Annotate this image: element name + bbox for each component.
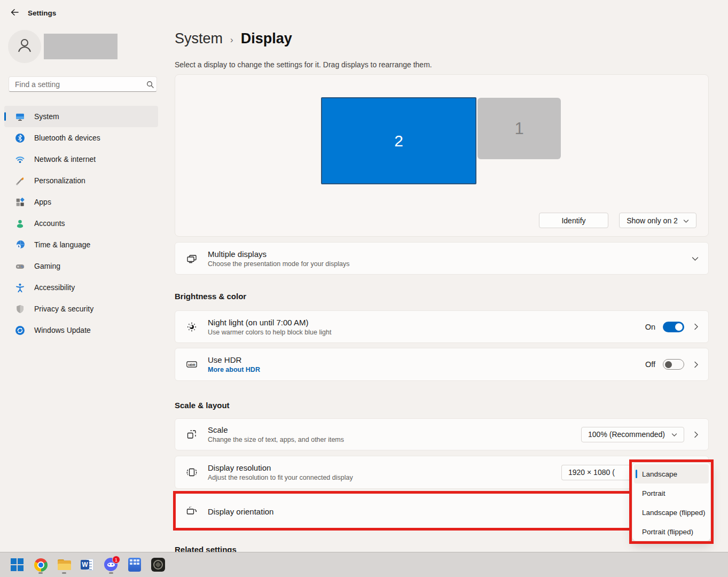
windows-update-icon xyxy=(15,325,25,336)
svg-text:HDR: HDR xyxy=(189,363,196,367)
discord-icon[interactable]: 1 xyxy=(104,556,118,574)
chevron-right-icon[interactable] xyxy=(694,361,699,368)
menu-item-label: Landscape xyxy=(642,470,677,478)
orientation-dropdown-menu: Landscape Portrait Landscape (flipped) P… xyxy=(632,462,711,541)
sidebar-item-accounts[interactable]: Accounts xyxy=(4,213,158,234)
row-title: Multiple displays xyxy=(208,249,349,259)
sidebar-item-windows-update[interactable]: Windows Update xyxy=(4,319,158,341)
section-brightness-color: Brightness & color xyxy=(175,292,246,301)
display-resolution-row[interactable]: Display resolution Adjust the resolution… xyxy=(175,456,709,489)
back-button[interactable] xyxy=(7,7,21,20)
scale-dropdown[interactable]: 100% (Recommended) xyxy=(581,427,684,442)
sidebar-nav: System Bluetooth & devices Network & int… xyxy=(4,106,158,341)
identify-button[interactable]: Identify xyxy=(539,213,608,228)
chevron-right-icon[interactable] xyxy=(694,431,699,438)
multiple-displays-icon xyxy=(186,253,198,264)
account-name-redacted xyxy=(44,34,118,59)
page-title: Display xyxy=(241,30,292,47)
chevron-down-icon[interactable] xyxy=(692,254,699,263)
windows-logo-icon xyxy=(11,558,24,571)
personalization-icon xyxy=(15,176,25,186)
scale-value: 100% (Recommended) xyxy=(588,430,665,439)
hdr-toggle[interactable] xyxy=(663,359,684,370)
row-title: Scale xyxy=(208,425,344,434)
running-indicator xyxy=(62,572,66,574)
notification-badge: 1 xyxy=(112,556,120,564)
hdr-state: Off xyxy=(645,360,655,369)
sidebar-item-bluetooth-devices[interactable]: Bluetooth & devices xyxy=(4,127,158,149)
display-orientation-row[interactable]: Display orientation xyxy=(175,493,709,529)
sidebar-item-label: Time & language xyxy=(34,240,90,249)
calculator-logo-icon xyxy=(128,558,141,572)
scale-row[interactable]: Scale Change the size of text, apps, and… xyxy=(175,418,709,450)
row-subtitle: Choose the presentation mode for your di… xyxy=(208,260,349,268)
world-of-tanks-icon[interactable] xyxy=(151,556,165,574)
search-input[interactable] xyxy=(9,80,144,89)
show-only-dropdown[interactable]: Show only on 2 xyxy=(619,213,696,228)
display-1-label: 1 xyxy=(514,119,523,138)
show-only-label: Show only on 2 xyxy=(627,216,678,225)
sidebar-item-label: Network & internet xyxy=(34,155,96,163)
menu-item-label: Landscape (flipped) xyxy=(642,509,706,517)
menu-item-label: Portrait (flipped) xyxy=(642,528,693,536)
sidebar-item-network-internet[interactable]: Network & internet xyxy=(4,149,158,170)
sidebar-item-label: Gaming xyxy=(34,262,60,270)
time-language-icon xyxy=(15,240,25,250)
more-about-hdr-link[interactable]: More about HDR xyxy=(208,366,260,373)
identify-button-label: Identify xyxy=(561,216,585,225)
hdr-icon: HDR xyxy=(186,358,198,370)
word-icon[interactable]: W xyxy=(81,556,95,574)
row-title: Display orientation xyxy=(208,507,273,516)
sidebar-item-privacy-security[interactable]: Privacy & security xyxy=(4,298,158,319)
night-light-icon xyxy=(186,321,198,333)
bluetooth-icon xyxy=(15,133,25,143)
breadcrumb: System › Display xyxy=(175,30,292,47)
row-subtitle: Adjust the resolution to fit your connec… xyxy=(208,474,353,481)
sidebar-item-personalization[interactable]: Personalization xyxy=(4,170,158,191)
row-title: Use HDR xyxy=(208,355,260,364)
night-light-toggle[interactable] xyxy=(663,322,684,332)
menu-item-landscape-flipped[interactable]: Landscape (flipped) xyxy=(634,503,709,522)
sidebar-item-label: Bluetooth & devices xyxy=(34,134,100,142)
sidebar-item-label: System xyxy=(34,112,59,121)
display-1-rect[interactable]: 1 xyxy=(477,98,561,159)
privacy-security-icon xyxy=(15,304,25,314)
accounts-icon xyxy=(15,219,25,229)
sidebar-item-label: Personalization xyxy=(34,176,85,185)
night-light-state: On xyxy=(645,323,655,331)
display-2-label: 2 xyxy=(394,132,403,150)
sidebar-item-label: Accounts xyxy=(34,219,65,228)
chrome-icon[interactable] xyxy=(34,556,48,574)
display-2-rect[interactable]: 2 xyxy=(321,97,476,184)
use-hdr-row[interactable]: HDR Use HDR More about HDR Off xyxy=(175,348,709,381)
night-light-row[interactable]: Night light (on until 7:00 AM) Use warme… xyxy=(175,310,709,343)
accessibility-icon xyxy=(15,283,25,293)
sidebar-item-label: Accessibility xyxy=(34,283,75,292)
menu-item-portrait[interactable]: Portrait xyxy=(634,484,709,503)
sidebar-item-gaming[interactable]: Gaming xyxy=(4,255,158,277)
sidebar-item-accessibility[interactable]: Accessibility xyxy=(4,277,158,298)
running-indicator xyxy=(38,572,43,574)
taskbar: W 1 xyxy=(0,552,728,577)
menu-item-label: Portrait xyxy=(642,489,666,497)
breadcrumb-parent[interactable]: System xyxy=(175,30,223,47)
search-icon[interactable] xyxy=(144,81,156,88)
chevron-right-icon[interactable] xyxy=(694,323,699,330)
windows-start-icon[interactable] xyxy=(10,556,24,574)
calculator-icon[interactable] xyxy=(128,556,142,574)
row-title: Night light (on until 7:00 AM) xyxy=(208,318,331,327)
person-icon xyxy=(15,36,34,57)
file-explorer-icon[interactable] xyxy=(57,556,71,574)
page-subtitle: Select a display to change the settings … xyxy=(175,60,432,69)
avatar[interactable] xyxy=(8,30,41,63)
display-resolution-icon xyxy=(186,466,198,478)
menu-item-portrait-flipped[interactable]: Portrait (flipped) xyxy=(634,522,709,541)
sidebar-item-system[interactable]: System xyxy=(4,106,158,127)
sidebar-item-apps[interactable]: Apps xyxy=(4,191,158,213)
system-icon xyxy=(15,112,25,122)
sidebar-item-time-language[interactable]: Time & language xyxy=(4,234,158,255)
breadcrumb-separator-icon: › xyxy=(230,33,233,45)
menu-item-landscape[interactable]: Landscape xyxy=(634,464,709,484)
multiple-displays-row[interactable]: Multiple displays Choose the presentatio… xyxy=(175,242,709,275)
search-box[interactable] xyxy=(9,76,157,92)
